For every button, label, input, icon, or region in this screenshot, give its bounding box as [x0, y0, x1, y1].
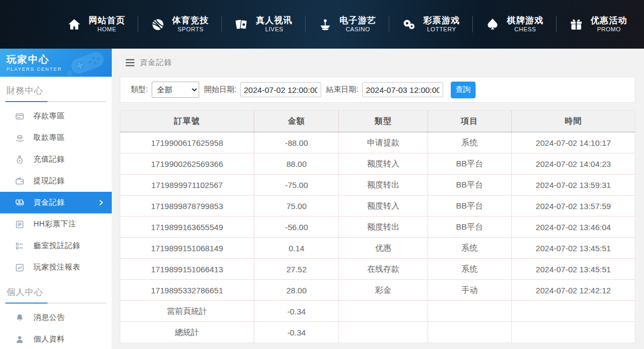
table-header-cell: 項目	[428, 111, 512, 132]
cell-order-no: 1719899151066413	[120, 259, 254, 280]
table-row: 1719895332786651 28.00 彩金 手动 2024-07-02 …	[120, 280, 635, 301]
cell-amount: 75.00	[254, 196, 339, 217]
cell-amount: -0.34	[254, 322, 339, 343]
cell-order-no: 當前頁統計	[120, 301, 254, 322]
nav-home[interactable]: 网站首页 HOME	[54, 15, 138, 33]
cell-order-no: 1719899878799853	[120, 196, 254, 217]
cell-order-no: 1719900617625958	[120, 132, 254, 153]
cell-type: 在线存款	[339, 259, 428, 280]
type-label: 類型:	[131, 85, 148, 95]
start-date-input[interactable]	[240, 82, 321, 97]
cell-type: 额度转出	[339, 174, 428, 196]
sidebar-personal-items: 消息公告 個人資料	[0, 307, 112, 349]
nav-item-sublabel: HOME	[98, 26, 117, 33]
nav-lottery[interactable]: 彩票游戏 LOTTERY	[389, 15, 472, 33]
nav-chess[interactable]: 棋牌游戏 CHESS	[472, 15, 556, 33]
cell-amount: -75.00	[254, 174, 339, 196]
cell-type: 申请提款	[339, 132, 428, 153]
cell-time: 2024-07-02 14:04:23	[512, 153, 635, 174]
nav-item-sublabel: CASINO	[345, 26, 370, 33]
casino-icon	[317, 17, 333, 32]
sidebar-item-withdrawal-record[interactable]: 提現記錄	[0, 170, 112, 192]
end-date-input[interactable]	[362, 82, 443, 97]
nav-item-sublabel: LIVES	[265, 26, 283, 33]
cell-order-no: 1719899971102567	[120, 174, 254, 196]
nav-item-sublabel: CHESS	[514, 26, 536, 33]
cell-type	[339, 301, 428, 322]
nav-casino[interactable]: 电子游艺 CASINO	[305, 15, 389, 33]
table-header-cell: 時間	[512, 111, 635, 132]
withdraw-hand-icon	[15, 133, 24, 143]
nav-promo[interactable]: 优惠活动 PROMO	[556, 15, 640, 33]
banknotes-icon	[15, 198, 24, 207]
sidebar-item-recharge-record[interactable]: 充值記錄	[0, 149, 112, 170]
sidebar-item-hh-lottery-bet[interactable]: HH彩票下注	[0, 213, 112, 235]
sidebar-item-label: 存款專區	[33, 111, 65, 121]
person-icon	[15, 335, 24, 344]
nav-item-sublabel: PROMO	[597, 26, 621, 33]
section-divider	[5, 101, 106, 102]
cell-type: 额度转出	[339, 217, 428, 238]
hall-list-icon	[15, 241, 24, 251]
sidebar-item-withdraw[interactable]: 取款專區	[0, 127, 112, 149]
sidebar-item-label: 個人資料	[33, 334, 65, 344]
cell-project: 系统	[428, 238, 512, 259]
cell-amount: 88.00	[254, 153, 339, 174]
type-select[interactable]: 全部	[152, 82, 199, 98]
sidebar-item-label: 廳室投註記錄	[33, 241, 80, 251]
cell-order-no: 1719899163655549	[120, 217, 254, 238]
sidebar-item-label: 玩家投注報表	[33, 263, 80, 272]
gamepad-icon	[63, 50, 110, 77]
nav-item-label: 真人视讯	[256, 15, 293, 26]
page-title: 資金記錄	[140, 58, 172, 68]
cell-type: 优惠	[339, 238, 428, 259]
sidebar-header: 玩家中心 PLAYERS CENTER	[0, 49, 112, 77]
sidebar-finance-items: 存款專區 取款專區 充值記錄	[0, 105, 112, 278]
table-row: 總統計 -0.34	[120, 322, 635, 343]
sidebar-item-deposit[interactable]: 存款專區	[0, 105, 112, 127]
nav-sports[interactable]: 体育竞技 SPORTS	[138, 15, 221, 33]
sidebar-item-player-bet-report[interactable]: 玩家投注報表	[0, 257, 112, 278]
table-row: 1719899878799853 75.00 额度转入 BB平台 2024-07…	[120, 196, 635, 217]
menu-icon[interactable]	[125, 59, 135, 66]
cell-type: 额度转入	[339, 196, 428, 217]
report-chart-icon	[15, 263, 24, 272]
sidebar-section-finance-title: 財務中心	[0, 77, 112, 101]
sidebar-item-funds-record[interactable]: 資金記錄	[0, 192, 112, 213]
table-header-row: 訂單號金額類型項目時間	[120, 111, 635, 132]
end-date-label: 結束日期:	[326, 85, 358, 95]
cell-time	[512, 301, 635, 322]
table-header-cell: 訂單號	[120, 111, 254, 132]
cell-time: 2024-07-02 13:46:04	[512, 217, 635, 238]
cell-time: 2024-07-02 13:57:59	[512, 196, 635, 217]
sidebar-item-label: 資金記錄	[33, 198, 65, 207]
sidebar-item-notice[interactable]: 消息公告	[0, 307, 112, 328]
search-button[interactable]: 查詢	[451, 82, 476, 98]
table-row: 當前頁統計 -0.34	[120, 301, 635, 322]
nav-item-label: 体育竞技	[172, 15, 209, 26]
nav-item-sublabel: SPORTS	[178, 26, 204, 33]
wallet-icon	[15, 177, 24, 186]
nav-item-label: 电子游艺	[340, 15, 376, 26]
sidebar-item-profile[interactable]: 個人資料	[0, 328, 112, 349]
sidebar-item-label: 消息公告	[33, 313, 65, 323]
cell-time: 2024-07-02 13:45:51	[512, 238, 635, 259]
nav-item-label: 网站首页	[89, 15, 125, 26]
cell-amount: -0.34	[254, 301, 339, 322]
filter-panel: 類型: 全部 開始日期: 結束日期: 查詢	[120, 77, 635, 103]
sidebar-item-hall-bet-record[interactable]: 廳室投註記錄	[0, 235, 112, 257]
main-content: 資金記錄 類型: 全部 開始日期: 結束日期: 查詢 訂單號金額類型項目時間 1…	[112, 49, 644, 349]
cell-project: BB平台	[428, 174, 512, 196]
cell-amount: 0.14	[254, 238, 339, 259]
cell-time: 2024-07-02 12:42:12	[512, 280, 635, 301]
cell-time: 2024-07-02 13:45:51	[512, 259, 635, 280]
cell-project: BB平台	[428, 196, 512, 217]
cell-time: 2024-07-02 13:59:31	[512, 174, 635, 196]
cell-project: 系统	[428, 132, 512, 153]
table-row: 1719900617625958 -88.00 申请提款 系统 2024-07-…	[120, 132, 635, 153]
nav-lives[interactable]: 真人视讯 LIVES	[221, 15, 305, 33]
table-body: 1719900617625958 -88.00 申请提款 系统 2024-07-…	[120, 132, 635, 343]
cell-time	[512, 322, 635, 343]
deposit-card-icon	[15, 112, 24, 121]
sidebar-section-personal-title: 個人中心	[0, 278, 112, 303]
